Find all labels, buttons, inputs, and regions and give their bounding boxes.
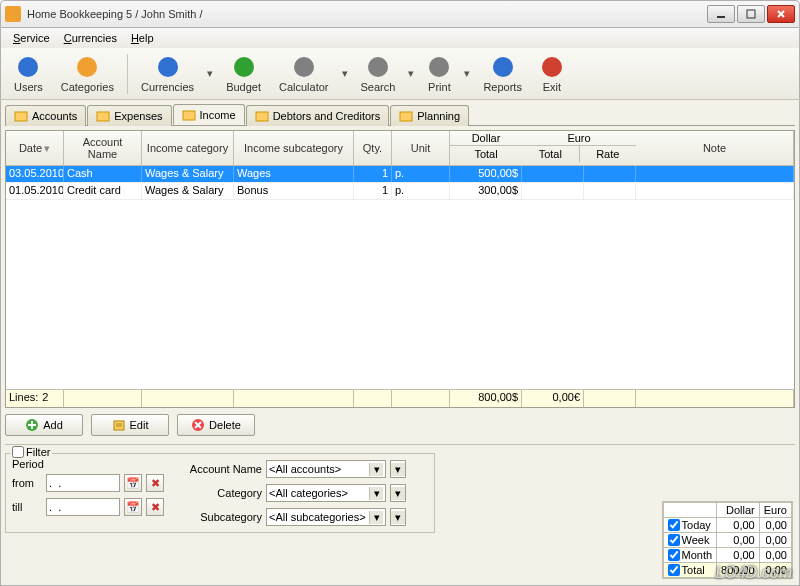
svg-point-11 [493,57,513,77]
tab-accounts[interactable]: Accounts [5,105,86,126]
category-filter-extra[interactable]: ▾ [390,484,406,502]
summary-check-week[interactable] [668,534,680,546]
tab-income[interactable]: Income [173,104,245,125]
menu-help[interactable]: Help [125,30,160,46]
subcategory-filter-label: Subcategory [176,511,262,523]
toolbar-currencies[interactable]: Currencies [134,52,201,96]
tab-debtors-and-creditors[interactable]: Debtors and Creditors [246,105,390,126]
tab-planning[interactable]: Planning [390,105,469,126]
filter-toggle[interactable]: Filter [10,446,52,458]
svg-rect-17 [400,112,412,121]
grid-footer: Lines: 2 800,00$ 0,00€ [6,389,794,407]
col-dollar[interactable]: Dollar [450,131,522,146]
svg-point-4 [18,57,38,77]
tabstrip: AccountsExpensesIncomeDebtors and Credit… [5,104,795,126]
svg-point-7 [234,57,254,77]
svg-rect-15 [183,111,195,120]
col-category[interactable]: Income category [142,131,234,165]
toolbar-budget[interactable]: Budget [219,52,268,96]
toolbar-users[interactable]: Users [7,52,50,96]
col-qty[interactable]: Qty. [354,131,392,165]
account-filter-label: Account Name [176,463,262,475]
subcategory-filter-combo[interactable]: <All subcategories>▾ [266,508,386,526]
toolbar-search-dropdown[interactable]: ▾ [406,67,416,80]
summary-head-euro: Euro [759,503,791,518]
footer-dollar-total: 800,00$ [450,390,522,407]
col-date[interactable]: Date ▾ [6,131,64,165]
till-label: till [12,501,42,513]
from-label: from [12,477,42,489]
table-row[interactable]: 03.05.2010CashWages & SalaryWages1p.500,… [6,166,794,183]
toolbar-exit[interactable]: Exit [533,52,571,96]
toolbar: UsersCategoriesCurrencies▾BudgetCalculat… [0,48,800,100]
app-icon [5,6,21,22]
svg-point-5 [77,57,97,77]
svg-point-9 [368,57,388,77]
from-calendar-icon[interactable]: 📅 [124,474,142,492]
delete-button[interactable]: Delete [177,414,255,436]
category-filter-label: Category [176,487,262,499]
menubar: Service Currencies Help [0,28,800,48]
client-area: AccountsExpensesIncomeDebtors and Credit… [0,100,800,586]
col-account[interactable]: Account Name [64,131,142,165]
toolbar-search[interactable]: Search [354,52,403,96]
svg-point-12 [542,57,562,77]
summary-check-total[interactable] [668,564,680,576]
grid-body[interactable]: 03.05.2010CashWages & SalaryWages1p.500,… [6,166,794,389]
toolbar-print[interactable]: Print [420,52,458,96]
period-label: Period [12,458,164,470]
col-dollar-total[interactable]: Total [450,146,522,162]
summary-head-dollar: Dollar [717,503,760,518]
minimize-button[interactable] [707,5,735,23]
from-date-input[interactable] [46,474,120,492]
svg-rect-13 [15,112,27,121]
account-filter-extra[interactable]: ▾ [390,460,406,478]
col-euro-rate[interactable]: Rate [580,146,637,162]
summary-check-today[interactable] [668,519,680,531]
titlebar: Home Bookkeeping 5 / John Smith / [0,0,800,28]
tab-expenses[interactable]: Expenses [87,105,171,126]
account-filter-combo[interactable]: <All accounts>▾ [266,460,386,478]
col-euro-total[interactable]: Total [522,146,580,162]
toolbar-print-dropdown[interactable]: ▾ [462,67,472,80]
summary-table: DollarEuro Today0,000,00 Week0,000,00 Mo… [662,501,793,579]
svg-rect-16 [256,112,268,121]
toolbar-currencies-dropdown[interactable]: ▾ [205,67,215,80]
svg-point-8 [294,57,314,77]
edit-button[interactable]: Edit [91,414,169,436]
action-bar: Add Edit Delete [5,414,795,436]
col-note[interactable]: Note [636,131,794,165]
till-calendar-icon[interactable]: 📅 [124,498,142,516]
col-unit[interactable]: Unit [392,131,450,165]
svg-rect-14 [97,112,109,121]
till-clear-icon[interactable]: ✖ [146,498,164,516]
col-subcategory[interactable]: Income subcategory [234,131,354,165]
grid-header: Date ▾ Account Name Income category Inco… [6,131,794,166]
footer-euro-total: 0,00€ [522,390,584,407]
toolbar-calculator-dropdown[interactable]: ▾ [340,67,350,80]
svg-point-10 [429,57,449,77]
window-title: Home Bookkeeping 5 / John Smith / [27,8,707,20]
svg-point-6 [158,57,178,77]
table-row[interactable]: 01.05.2010Credit cardWages & SalaryBonus… [6,183,794,200]
subcategory-filter-extra[interactable]: ▾ [390,508,406,526]
toolbar-categories[interactable]: Categories [54,52,121,96]
close-button[interactable] [767,5,795,23]
summary-check-month[interactable] [668,549,680,561]
category-filter-combo[interactable]: <All categories>▾ [266,484,386,502]
filter-checkbox[interactable] [12,446,24,458]
till-date-input[interactable] [46,498,120,516]
toolbar-reports[interactable]: Reports [476,52,529,96]
maximize-button[interactable] [737,5,765,23]
toolbar-calculator[interactable]: Calculator [272,52,336,96]
svg-rect-1 [747,10,755,18]
income-grid: Date ▾ Account Name Income category Inco… [5,130,795,408]
add-button[interactable]: Add [5,414,83,436]
col-euro[interactable]: Euro [522,131,636,146]
menu-currencies[interactable]: Currencies [58,30,123,46]
filter-group: Filter Period from 📅 ✖ till 📅 ✖ [5,453,435,533]
from-clear-icon[interactable]: ✖ [146,474,164,492]
menu-service[interactable]: Service [7,30,56,46]
